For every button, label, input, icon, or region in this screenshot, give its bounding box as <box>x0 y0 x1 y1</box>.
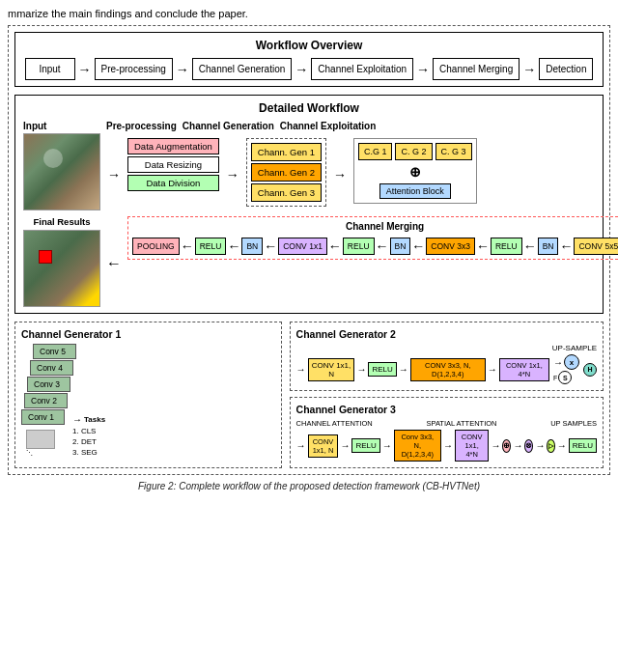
gen2-relu: RELU <box>368 362 396 377</box>
exploit-top-row: C.G 1 C. G 2 C. G 3 <box>358 143 472 160</box>
gen3-chan-attn-label: CHANNEL ATTENTION <box>296 419 373 428</box>
gen2-f-label: F <box>553 375 557 381</box>
layer-conv5: Conv 5 <box>33 344 76 359</box>
results-to-pipeline-arrow: ← <box>106 255 122 272</box>
pipe-pooling: POOLING <box>132 238 180 255</box>
pipe-bn-2: BN <box>390 238 411 255</box>
pipe-arrow-8: ← <box>523 238 537 254</box>
dw-top-row: → Data Augmentation Data Resizing Data D… <box>23 133 595 210</box>
exploit-cg1: C.G 1 <box>358 143 393 160</box>
gen2-upsample-label: UP-SAMPLE <box>296 344 597 352</box>
channel-generator-3-box: Channel Generator 3 CHANNEL ATTENTION SP… <box>290 397 604 468</box>
gen2-arrow3: → <box>488 364 497 375</box>
gen2-output-s: S <box>558 371 572 384</box>
final-results-col: Final Results <box>23 216 100 307</box>
gen3-content: → CONV 1x1, N → RELU → Conv 3x3, N, D(1,… <box>296 430 597 462</box>
gen2-conv1x1-4n: CONV 1x1, 4*N <box>499 358 549 381</box>
gen3-conv1x1: CONV 1x1, N <box>308 434 339 458</box>
pipe-relu-3: RELU <box>491 238 522 255</box>
gen3-input-arrow: → <box>296 440 306 451</box>
gen3-arrow6: → <box>535 440 545 451</box>
dw-labels-row: Input Pre-processing Channel Generation … <box>23 121 595 131</box>
gen3-labels: CHANNEL ATTENTION SPATIAL ATTENTION UP S… <box>296 419 597 428</box>
gen3-spatial-attn-label: SPATIAL ATTENTION <box>426 419 496 428</box>
pre-processing-col: Data Augmentation Data Resizing Data Div… <box>127 138 219 191</box>
gen3-arrow7: → <box>557 440 567 451</box>
preproc-division: Data Division <box>127 175 219 191</box>
pipe-arrow-2: ← <box>227 238 240 254</box>
preproc-resizing: Data Resizing <box>127 156 219 173</box>
flow-arrow-2: → <box>175 62 190 77</box>
workflow-overview-title: Workflow Overview <box>23 39 595 52</box>
changen-2: Chann. Gen 2 <box>251 163 322 182</box>
main-diagram-container: Workflow Overview Input → Pre-processing… <box>8 25 610 475</box>
gen1-task-arrow: → <box>72 414 82 425</box>
gen3-arrow4: → <box>491 440 500 451</box>
gen2-arrow-x: → <box>553 357 563 368</box>
dw-input-label: Input <box>23 121 100 131</box>
gen2-input-arrow: → <box>296 364 306 375</box>
gen1-task-1: 1. CLS <box>72 427 105 435</box>
pipe-relu-1: RELU <box>195 238 227 255</box>
pipe-conv5x5: CONV 5x5 <box>574 238 618 255</box>
pipe-arrow-6: ← <box>411 238 425 254</box>
gen1-task-2: 2. DET <box>72 437 105 446</box>
attention-block: Attention Block <box>379 183 451 199</box>
flow-arrow-3: → <box>294 62 309 77</box>
input-image <box>23 133 100 210</box>
gen3-title: Channel Generator 3 <box>296 404 597 415</box>
gen1-content: Conv 1 Conv 2 Conv 3 Conv 4 Conv 5 ⋱ → T… <box>21 344 275 457</box>
channel-merging-section: Channel Merging POOLING ← RELU ← BN ← CO… <box>127 216 618 260</box>
gen3-circle3: ▷ <box>547 439 554 453</box>
gen3-up-samples-label: UP SAMPLES <box>550 419 597 428</box>
channel-generator-1-box: Channel Generator 1 Conv 1 Conv 2 Conv 3… <box>14 322 282 468</box>
gen2-title: Channel Generator 2 <box>296 328 597 340</box>
gen2-output-x: x <box>564 354 579 370</box>
channel-generator-2-box: Channel Generator 2 UP-SAMPLE → CONV 1x1… <box>290 322 604 391</box>
changen-to-exploit-arrow: → <box>332 167 348 182</box>
merging-pipeline: POOLING ← RELU ← BN ← CONV 1x1 ← RELU ← … <box>132 238 618 255</box>
pipe-bn-1: BN <box>241 238 263 255</box>
workflow-flow-row: Input → Pre-processing → Channel Generat… <box>23 58 595 80</box>
flow-step-input: Input <box>25 58 75 80</box>
channel-exploitation-col: C.G 1 C. G 2 C. G 3 ⊕ Attention Block <box>353 138 477 204</box>
detailed-workflow-title: Detailed Workflow <box>23 101 595 115</box>
channel-merging-title: Channel Merging <box>132 221 618 232</box>
pipe-arrow-4: ← <box>328 238 342 254</box>
top-text: mmarize the main findings and conclude t… <box>8 8 610 19</box>
pipe-arrow-5: ← <box>376 238 389 254</box>
pipe-arrow-7: ← <box>476 238 490 254</box>
flow-step-detection: Detection <box>539 58 593 80</box>
gen1-tasks-title: Tasks <box>84 415 105 424</box>
gen2-conv3x3: CONV 3x3, N, D(1,2,3,4) <box>410 358 486 381</box>
dw-chanexp-label: Channel Exploitation <box>280 121 376 131</box>
gen3-conv1x1-4n: CONV 1x1, 4*N <box>455 430 489 462</box>
layer-conv2: Conv 2 <box>24 393 68 408</box>
figure-caption: Figure 2: Complete workflow of the propo… <box>8 481 610 491</box>
gen3-arrow2: → <box>382 440 392 451</box>
workflow-overview-section: Workflow Overview Input → Pre-processing… <box>14 32 604 87</box>
gen3-relu: RELU <box>351 438 379 453</box>
dw-changen-label: Channel Generation <box>183 121 274 131</box>
exploit-plus-sign: ⊕ <box>409 164 421 180</box>
gen1-task-3: 3. SEG <box>72 448 105 457</box>
gen2-content: → CONV 1x1, N → RELU → CONV 3x3, N, D(1,… <box>296 354 597 384</box>
flow-arrow-5: → <box>521 62 537 77</box>
preproc-augmentation: Data Augmentation <box>127 138 219 154</box>
gen3-conv3x3: Conv 3x3, N, D(1,2,3,4) <box>394 430 441 462</box>
layer-conv1: Conv 1 <box>21 409 65 425</box>
input-to-preproc-arrow: → <box>106 167 122 182</box>
changen-3: Chann. Gen 3 <box>251 183 322 202</box>
layers-stack: Conv 1 Conv 2 Conv 3 Conv 4 Conv 5 <box>21 344 65 425</box>
gen3-circle2: ⊗ <box>524 439 533 453</box>
gen2-arrow2: → <box>399 364 408 375</box>
final-results-label: Final Results <box>33 216 90 227</box>
gen3-arrow5: → <box>513 440 522 451</box>
gen3-arrow1: → <box>340 440 350 451</box>
preproc-to-changen-arrow: → <box>225 167 240 182</box>
right-gen-col: Channel Generator 2 UP-SAMPLE → CONV 1x1… <box>290 322 604 468</box>
pipe-bn-3: BN <box>538 238 559 255</box>
dw-preproc-label: Pre-processing <box>106 121 177 131</box>
changen-1: Chann. Gen 1 <box>251 143 322 161</box>
flow-arrow-4: → <box>415 62 431 77</box>
